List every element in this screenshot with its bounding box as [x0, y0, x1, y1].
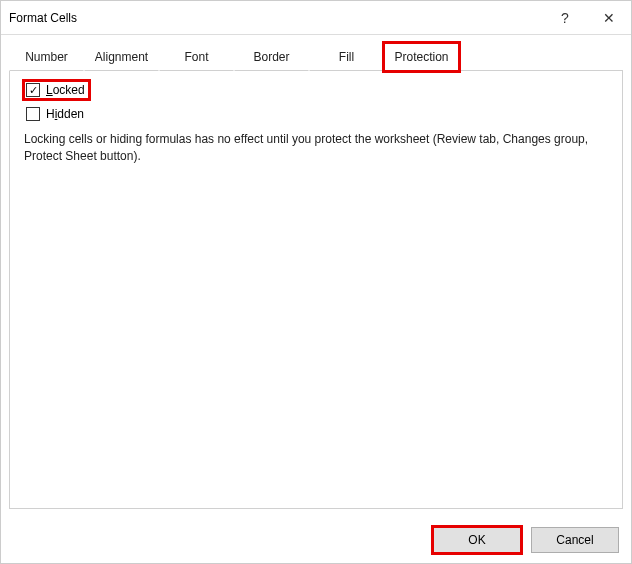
- help-icon: ?: [561, 10, 569, 26]
- hidden-label: Hidden: [46, 107, 84, 121]
- window-title: Format Cells: [9, 11, 543, 25]
- protection-description: Locking cells or hiding formulas has no …: [24, 131, 604, 166]
- hidden-checkbox[interactable]: [26, 107, 40, 121]
- help-button[interactable]: ?: [543, 1, 587, 35]
- locked-label: Locked: [46, 83, 85, 97]
- tab-protection[interactable]: Protection: [384, 43, 459, 71]
- tabstrip-spacer: [459, 43, 623, 71]
- tab-number[interactable]: Number: [9, 43, 84, 71]
- checkmark-icon: ✓: [29, 85, 38, 96]
- cancel-button[interactable]: Cancel: [531, 527, 619, 553]
- tab-font[interactable]: Font: [159, 43, 234, 71]
- locked-checkbox[interactable]: ✓: [26, 83, 40, 97]
- locked-row[interactable]: ✓ Locked: [24, 81, 89, 99]
- hidden-row[interactable]: Hidden: [24, 105, 88, 123]
- tab-alignment[interactable]: Alignment: [84, 43, 159, 71]
- dialog-buttons: OK Cancel: [433, 527, 619, 553]
- tab-fill[interactable]: Fill: [309, 43, 384, 71]
- protection-pane: ✓ Locked Hidden Locking cells or hiding …: [9, 71, 623, 509]
- ok-button[interactable]: OK: [433, 527, 521, 553]
- close-icon: ✕: [603, 10, 615, 26]
- titlebar: Format Cells ? ✕: [1, 1, 631, 35]
- tab-border[interactable]: Border: [234, 43, 309, 71]
- tab-strip: Number Alignment Font Border Fill Protec…: [9, 43, 623, 71]
- close-button[interactable]: ✕: [587, 1, 631, 35]
